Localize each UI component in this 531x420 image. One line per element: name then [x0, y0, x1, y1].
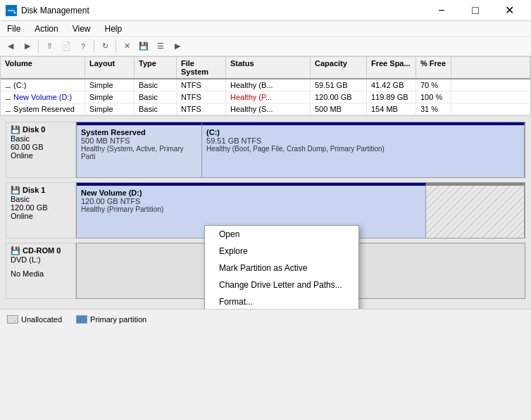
disk-0-title: 💾 Disk 0 — [11, 125, 71, 134]
help-button[interactable]: ? — [75, 39, 91, 54]
vol-layout: Simple — [85, 79, 135, 91]
vol-free: 119.89 GB — [367, 91, 416, 103]
back-button[interactable]: ◀ — [3, 39, 18, 54]
partition-health: Healthy (System, Active, Primary Parti — [81, 145, 197, 160]
col-header-status: Status — [226, 57, 311, 78]
vol-fs: NTFS — [177, 79, 226, 91]
vol-cap: 59.51 GB — [311, 79, 367, 91]
col-header-extra — [451, 57, 530, 78]
partition-c[interactable]: (C:) 59.51 GB NTFS Healthy (Boot, Page F… — [202, 122, 525, 177]
vol-layout: Simple — [85, 91, 135, 103]
menu-view[interactable]: View — [65, 21, 98, 37]
cancel-button[interactable]: ✕ — [119, 39, 135, 54]
toolbar-separator-3 — [115, 40, 116, 53]
partition-health: Healthy (Boot, Page File, Crash Dump, Pr… — [206, 145, 520, 153]
close-button[interactable]: ✕ — [493, 0, 525, 21]
context-menu: Open Explore Mark Partition as Active Ch… — [204, 225, 359, 309]
cdrom-type: DVD (L:) — [11, 255, 71, 264]
ctx-mark-active[interactable]: Mark Partition as Active — [205, 260, 358, 276]
refresh-button[interactable]: ↻ — [97, 39, 113, 54]
disk-0-type: Basic — [11, 134, 71, 143]
partition-unallocated — [426, 183, 525, 238]
disk-1-status: Online — [11, 212, 71, 220]
vol-cap: 500 MB — [311, 103, 367, 115]
vol-pct: 100 % — [416, 91, 451, 103]
legend-primary-box — [76, 315, 87, 324]
toolbar: ◀ ▶ ⇧ 📄 ? ↻ ✕ 💾 ☰ ▶ — [0, 37, 531, 56]
partition-size: 120.00 GB NTFS — [81, 197, 421, 205]
disk-0-row: 💾 Disk 0 Basic 60.00 GB Online System Re… — [6, 122, 525, 178]
legend-primary-label: Primary partition — [90, 315, 146, 324]
properties-button[interactable]: 📄 — [58, 39, 74, 54]
partition-system-reserved[interactable]: System Reserved 500 MB NTFS Healthy (Sys… — [77, 122, 202, 177]
menu-help[interactable]: Help — [98, 21, 130, 37]
partition-size: 59.51 GB NTFS — [206, 136, 520, 145]
vol-free: 41.42 GB — [367, 79, 416, 91]
vol-pct: 31 % — [416, 103, 451, 115]
minimize-button[interactable]: − — [425, 0, 458, 21]
vol-free: 154 MB — [367, 103, 416, 115]
cdrom-label: 💾 CD-ROM 0 DVD (L:) No Media — [6, 243, 76, 299]
legend: Unallocated Primary partition — [0, 309, 531, 329]
col-header-type: Type — [135, 57, 177, 78]
toolbar-separator-2 — [94, 40, 94, 53]
disk-0-label: 💾 Disk 0 Basic 60.00 GB Online — [6, 122, 76, 178]
vol-fs: NTFS — [177, 91, 226, 103]
ctx-open[interactable]: Open — [205, 226, 358, 243]
export-button[interactable]: 💾 — [136, 39, 151, 54]
vol-name: ⚊ (C:) — [1, 79, 85, 91]
partition-health: Healthy (Primary Partition) — [81, 205, 421, 213]
disk-0-size: 60.00 GB — [11, 143, 71, 151]
app-icon — [6, 5, 17, 16]
console-button[interactable]: ▶ — [170, 39, 185, 54]
vol-type: Basic — [135, 79, 177, 91]
table-row[interactable]: ⚊ (C:) Simple Basic NTFS Healthy (B... 5… — [1, 79, 530, 91]
vol-name: ⚊ System Reserved — [1, 103, 85, 115]
title-bar: Disk Management − □ ✕ — [0, 0, 531, 21]
col-header-layout: Layout — [85, 57, 135, 78]
col-header-volume: Volume — [1, 57, 85, 78]
toolbar-separator-1 — [38, 40, 39, 53]
disk-1-title: 💾 Disk 1 — [11, 186, 71, 195]
menu-file[interactable]: File — [0, 21, 27, 37]
vol-status: Healthy (S... — [226, 103, 311, 115]
up-button[interactable]: ⇧ — [42, 39, 57, 54]
ctx-change-drive[interactable]: Change Drive Letter and Paths... — [205, 276, 358, 293]
window-title: Disk Management — [21, 6, 89, 15]
legend-primary: Primary partition — [76, 315, 146, 324]
vol-type: Basic — [135, 91, 177, 103]
vol-cap: 120.00 GB — [311, 91, 367, 103]
ctx-explore[interactable]: Explore — [205, 243, 358, 260]
partition-name: System Reserved — [81, 128, 197, 136]
vol-type: Basic — [135, 103, 177, 115]
cdrom-media: No Media — [11, 269, 71, 278]
menu-action[interactable]: Action — [27, 21, 65, 37]
col-header-pct: % Free — [416, 57, 451, 78]
vol-fs: NTFS — [177, 103, 226, 115]
volume-table: Volume Layout Type File System Status Ca… — [0, 56, 531, 116]
legend-unallocated-label: Unallocated — [21, 315, 62, 324]
disk-1-label: 💾 Disk 1 Basic 120.00 GB Online — [6, 182, 76, 238]
vol-extra — [451, 108, 530, 110]
vol-extra — [451, 96, 530, 98]
settings-button[interactable]: ☰ — [153, 39, 168, 54]
table-row[interactable]: ⚊ System Reserved Simple Basic NTFS Heal… — [1, 103, 530, 115]
maximize-button[interactable]: □ — [459, 0, 492, 21]
svg-point-2 — [14, 11, 16, 13]
forward-button[interactable]: ▶ — [20, 39, 35, 54]
table-row[interactable]: ⚊ New Volume (D:) Simple Basic NTFS Heal… — [1, 91, 530, 103]
cdrom-title: 💾 CD-ROM 0 — [11, 246, 71, 255]
disk-map-area: 💾 Disk 0 Basic 60.00 GB Online System Re… — [0, 116, 531, 309]
vol-status: Healthy (B... — [226, 79, 311, 91]
vol-extra — [451, 84, 530, 87]
disk-0-status: Online — [11, 151, 71, 160]
col-header-fs: File System — [177, 57, 226, 78]
legend-unallocated: Unallocated — [7, 315, 62, 324]
partition-size: 500 MB NTFS — [81, 136, 197, 145]
svg-rect-1 — [8, 10, 15, 11]
partition-name: (C:) — [206, 128, 520, 136]
vol-pct: 70 % — [416, 79, 451, 91]
ctx-format[interactable]: Format... — [205, 293, 358, 309]
vol-layout: Simple — [85, 103, 135, 115]
menu-bar: File Action View Help — [0, 21, 531, 37]
